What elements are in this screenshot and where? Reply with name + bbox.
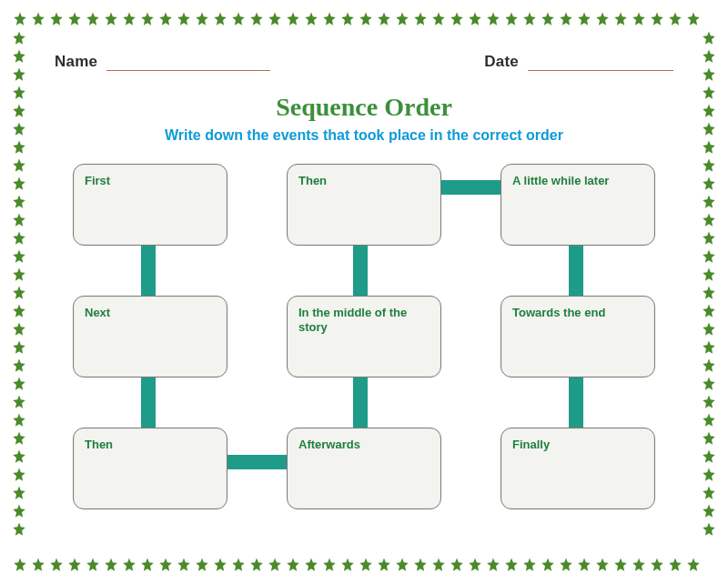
star-icon <box>667 557 683 573</box>
date-label: Date <box>484 53 519 71</box>
star-icon <box>358 11 374 27</box>
star-icon <box>85 557 101 573</box>
star-icon <box>194 11 210 27</box>
star-icon <box>30 557 46 573</box>
star-icon <box>594 11 611 27</box>
star-icon <box>11 230 27 247</box>
box-middle[interactable]: In the middle of the story <box>287 296 441 378</box>
star-icon <box>11 321 27 337</box>
star-icon <box>11 267 27 283</box>
star-icon <box>230 557 247 573</box>
star-icon <box>521 557 538 573</box>
star-icon <box>48 11 65 27</box>
star-icon <box>701 303 717 319</box>
star-icon <box>11 503 27 519</box>
star-icon <box>12 557 28 573</box>
star-icon <box>649 557 665 573</box>
star-icon <box>176 11 192 27</box>
star-icon <box>701 30 717 46</box>
star-icon <box>701 430 717 447</box>
star-icon <box>612 557 629 573</box>
star-icon <box>701 157 717 174</box>
star-icon <box>701 357 717 374</box>
connector <box>141 368 156 437</box>
connector <box>437 180 510 195</box>
star-icon <box>394 557 410 573</box>
star-icon <box>11 157 27 174</box>
worksheet-page: Name Date Sequence Order Write down the … <box>0 0 728 584</box>
star-icon <box>521 11 538 27</box>
star-icon <box>11 485 27 501</box>
box-afterwards[interactable]: Afterwards <box>287 428 441 509</box>
star-icon <box>11 48 27 65</box>
star-icon <box>430 11 447 27</box>
star-icon <box>11 376 27 392</box>
star-icon <box>321 11 338 27</box>
star-icon <box>103 557 119 573</box>
star-icon <box>11 66 27 83</box>
star-icon <box>701 321 717 337</box>
connector <box>569 237 583 305</box>
name-input-line[interactable] <box>106 58 270 71</box>
star-icon <box>11 394 27 410</box>
star-icon <box>285 557 301 573</box>
star-icon <box>12 11 28 27</box>
connector <box>223 455 296 469</box>
box-towards-end[interactable]: Towards the end <box>500 296 655 378</box>
star-icon <box>701 521 717 538</box>
star-icon <box>701 285 717 301</box>
star-icon <box>11 194 27 210</box>
star-icon <box>267 11 283 27</box>
box-label: A little while later <box>512 174 609 187</box>
star-icon <box>701 503 717 519</box>
box-finally[interactable]: Finally <box>500 428 655 509</box>
star-icon <box>558 557 574 573</box>
page-subtitle: Write down the events that took place in… <box>0 127 728 144</box>
star-icon <box>11 357 27 374</box>
star-icon <box>303 11 319 27</box>
box-then-1[interactable]: Then <box>287 164 441 246</box>
star-icon <box>503 557 520 573</box>
star-icon <box>685 11 702 27</box>
star-icon <box>303 557 319 573</box>
star-icon <box>612 11 629 27</box>
star-icon <box>701 176 717 192</box>
name-field: Name <box>55 53 270 71</box>
star-icon <box>701 267 717 283</box>
star-icon <box>701 448 717 465</box>
box-little-while-later[interactable]: A little while later <box>500 164 655 246</box>
star-icon <box>11 521 27 538</box>
star-icon <box>11 212 27 228</box>
star-icon <box>540 557 556 573</box>
star-icon <box>103 11 119 27</box>
star-icon <box>176 557 192 573</box>
star-icon <box>139 557 156 573</box>
star-icon <box>11 448 27 465</box>
box-label: Then <box>85 438 113 451</box>
connector <box>141 237 156 305</box>
star-icon <box>212 557 228 573</box>
star-icon <box>701 194 717 210</box>
box-next[interactable]: Next <box>73 296 228 378</box>
header-row: Name Date <box>55 53 673 71</box>
page-title: Sequence Order <box>0 93 728 122</box>
star-icon <box>631 11 647 27</box>
star-icon <box>11 467 27 483</box>
box-label: Finally <box>512 438 550 451</box>
star-icon <box>685 557 702 573</box>
box-first[interactable]: First <box>73 164 228 246</box>
box-label: Towards the end <box>512 306 605 319</box>
date-input-line[interactable] <box>528 58 673 71</box>
star-icon <box>467 11 483 27</box>
box-then-2[interactable]: Then <box>73 428 228 509</box>
star-icon <box>376 11 392 27</box>
star-icon <box>394 11 410 27</box>
date-field: Date <box>484 53 673 71</box>
star-icon <box>66 557 83 573</box>
star-icon <box>11 412 27 428</box>
star-icon <box>157 11 174 27</box>
star-icon <box>157 557 174 573</box>
star-icon <box>11 430 27 447</box>
star-icon <box>358 557 374 573</box>
connector <box>353 368 368 437</box>
